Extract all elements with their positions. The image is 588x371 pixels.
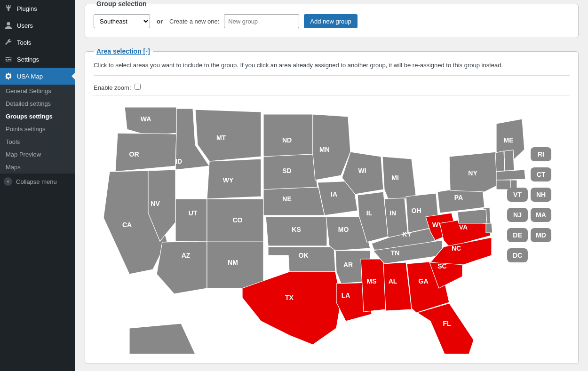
- submenu-detailed[interactable]: Detailed settings: [0, 97, 75, 110]
- admin-sidebar: Plugins Users Tools Settings USA Map Gen…: [0, 0, 75, 371]
- usa-map: WAORCANVIDMTWYUTAZCONMNDSDNEKSOKTXMNIAMO…: [94, 100, 570, 354]
- collapse-menu[interactable]: Collapse menu: [0, 174, 75, 189]
- svg-point-0: [7, 22, 10, 25]
- state-chip-VT[interactable]: [507, 188, 528, 202]
- state-chip-MD[interactable]: [531, 228, 551, 242]
- submenu: General Settings Detailed settings Group…: [0, 85, 75, 174]
- sliders-icon: [4, 55, 13, 64]
- state-RI[interactable]: [510, 180, 517, 189]
- group-selection-legend: Group selection: [94, 0, 150, 8]
- state-chip-DE[interactable]: [507, 228, 528, 242]
- state-AK-partial[interactable]: [129, 324, 195, 354]
- menu-item-tools[interactable]: Tools: [0, 34, 75, 51]
- state-IN[interactable]: [384, 198, 408, 237]
- state-NE[interactable]: [263, 187, 325, 215]
- state-FL[interactable]: [417, 303, 474, 354]
- state-MA[interactable]: [496, 170, 525, 180]
- state-MT[interactable]: [195, 110, 261, 161]
- gear-icon: [4, 71, 13, 81]
- submenu-tools[interactable]: Tools: [0, 135, 75, 148]
- state-MI[interactable]: [382, 157, 416, 199]
- state-WY[interactable]: [207, 159, 261, 199]
- menu-label: Settings: [17, 56, 39, 63]
- menu-label: Plugins: [17, 5, 37, 12]
- state-chip-RI[interactable]: [531, 147, 551, 161]
- collapse-icon: [4, 177, 12, 186]
- state-chip-CT[interactable]: [531, 167, 551, 182]
- submenu-preview[interactable]: Map Preview: [0, 148, 75, 161]
- state-OR[interactable]: [115, 133, 176, 172]
- state-AZ[interactable]: [157, 241, 207, 294]
- state-MS[interactable]: [361, 259, 386, 312]
- state-chip-MA[interactable]: [531, 208, 551, 222]
- or-label: or: [155, 18, 165, 25]
- menu-item-users[interactable]: Users: [0, 17, 75, 34]
- state-KS[interactable]: [266, 217, 327, 246]
- state-ND[interactable]: [263, 114, 313, 157]
- state-SD[interactable]: [263, 154, 318, 189]
- menu-label: USA Map: [17, 73, 43, 80]
- group-select[interactable]: Southeast: [94, 14, 150, 28]
- state-UT[interactable]: [175, 199, 207, 241]
- submenu-points[interactable]: Points settings: [0, 123, 75, 135]
- create-label: Create a new one:: [169, 18, 219, 25]
- menu-label: Users: [17, 22, 33, 29]
- state-chip-DC[interactable]: [507, 248, 528, 262]
- divider: [94, 75, 570, 76]
- area-instruction: Click to select areas you want to includ…: [94, 62, 570, 69]
- state-DE[interactable]: [486, 223, 493, 233]
- state-NH[interactable]: [505, 150, 514, 171]
- group-selection-box: Group selection Southeast or Create a ne…: [85, 0, 579, 38]
- state-WA[interactable]: [125, 107, 176, 135]
- plug-icon: [4, 4, 13, 13]
- user-icon: [4, 21, 13, 30]
- state-chip-NH[interactable]: [531, 188, 551, 202]
- main-content: Group selection Southeast or Create a ne…: [75, 0, 588, 371]
- menu-item-plugins[interactable]: Plugins: [0, 0, 75, 17]
- new-group-input[interactable]: [224, 14, 299, 28]
- menu-item-usa-map[interactable]: USA Map: [0, 68, 75, 85]
- add-group-button[interactable]: Add new group: [304, 14, 357, 28]
- state-NM[interactable]: [207, 241, 263, 288]
- enable-zoom-checkbox[interactable]: [135, 84, 141, 90]
- menu-label: Tools: [17, 39, 31, 46]
- state-VT[interactable]: [495, 151, 505, 172]
- wrench-icon: [4, 38, 13, 47]
- area-selection-box: Area selection [-] Click to select areas…: [85, 47, 579, 364]
- collapse-label: Collapse menu: [16, 178, 57, 185]
- area-selection-toggle[interactable]: Area selection [-]: [96, 47, 150, 55]
- enable-zoom-label: Enable zoom:: [94, 84, 131, 91]
- submenu-general[interactable]: General Settings: [0, 85, 75, 97]
- state-CO[interactable]: [207, 199, 263, 241]
- submenu-groups[interactable]: Groups settings: [0, 110, 75, 123]
- state-chip-NJ[interactable]: [507, 208, 528, 222]
- menu-item-settings[interactable]: Settings: [0, 51, 75, 68]
- area-selection-legend: Area selection [-]: [94, 47, 153, 55]
- state-CT[interactable]: [496, 180, 510, 189]
- state-MD[interactable]: [458, 209, 487, 223]
- state-OK[interactable]: [268, 247, 335, 272]
- submenu-maps[interactable]: Maps: [0, 161, 75, 174]
